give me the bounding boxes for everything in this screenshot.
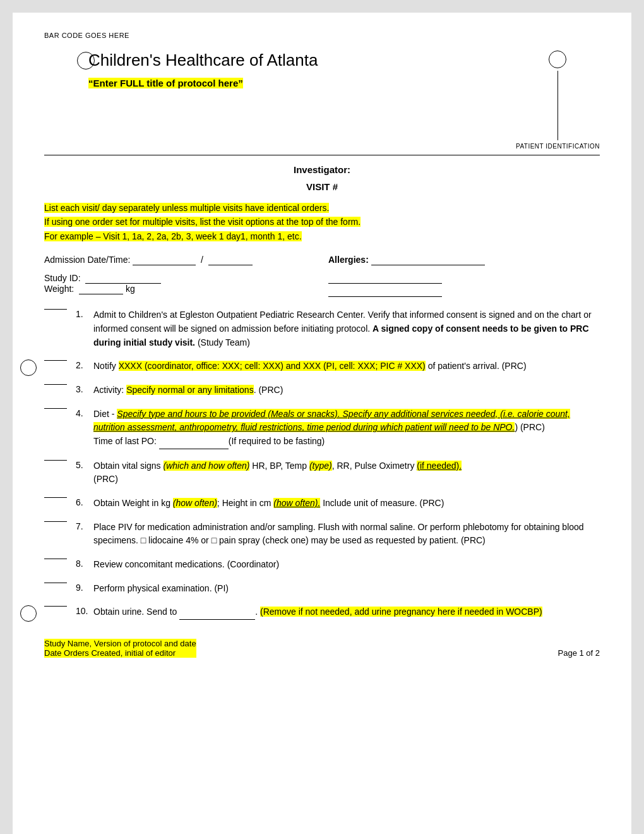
item-9-blank xyxy=(44,582,76,583)
header-main: Children's Healthcare of Atlanta “Enter … xyxy=(44,51,516,92)
title-container: Children's Healthcare of Atlanta xyxy=(88,51,318,70)
footer-page: Page 1 of 2 xyxy=(558,648,600,658)
patient-id-label: PATIENT IDENTIFICATION xyxy=(516,143,600,150)
item-8-blank xyxy=(44,558,76,559)
item-3-content: Activity: Specify normal or any limitati… xyxy=(93,384,600,397)
item-7-content: Place PIV for medication administration … xyxy=(93,521,600,548)
study-id-field[interactable] xyxy=(85,273,161,284)
item-4-number: 4. xyxy=(76,408,93,418)
item-4-time-field[interactable] xyxy=(159,435,229,449)
item-2-content: Notify XXXX (coordinator, office: XXX; c… xyxy=(93,360,600,373)
allergies-right: Allergies: xyxy=(316,255,600,265)
item-4-highlight: Specify type and hours to be provided (M… xyxy=(93,409,570,433)
item-10-content: Obtain urine. Send to . (Remove if not n… xyxy=(93,605,600,620)
list-item-9: 9. Perform physical examination. (PI) xyxy=(44,582,600,596)
item-3-number: 3. xyxy=(76,384,93,394)
item-8-content: Review concomitant medications. (Coordin… xyxy=(93,558,600,572)
item-6-blank xyxy=(44,497,76,498)
item-5-blank xyxy=(44,459,76,461)
instruction-3: For example – Visit 1, 1a, 2, 2a, 2b, 3,… xyxy=(44,231,302,241)
allergies-extra-right xyxy=(316,273,600,297)
header-divider xyxy=(44,155,600,155)
item-5-which: (which and how often) xyxy=(164,461,250,471)
footer-study-name: Study Name, Version of protocol and date xyxy=(44,639,196,648)
item-1-bold: A signed copy of consent needs to be giv… xyxy=(93,323,589,348)
instructions-block: List each visit/ day separately unless m… xyxy=(44,201,600,243)
item-4-content: Diet - Specify type and hours to be prov… xyxy=(93,408,600,449)
item-6-content: Obtain Weight in kg (how often); Height … xyxy=(93,497,600,511)
item-9-number: 9. xyxy=(76,582,93,593)
item-10-number: 10. xyxy=(76,605,93,616)
circle-title-left xyxy=(77,52,95,70)
footer: Study Name, Version of protocol and date… xyxy=(44,639,600,658)
item-6-number: 6. xyxy=(76,497,93,507)
item-3-highlight: Specify normal or any limitations xyxy=(126,385,254,395)
protocol-title: “Enter FULL title of protocol here” xyxy=(88,78,243,88)
investigator-line: Investigator: xyxy=(44,164,600,175)
list-item-8: 8. Review concomitant medications. (Coor… xyxy=(44,558,600,572)
item-4-blank xyxy=(44,408,76,409)
item-7-blank xyxy=(44,521,76,522)
item-3-blank xyxy=(44,384,76,385)
list-item-2: 2. Notify XXXX (coordinator, office: XXX… xyxy=(44,360,600,373)
item-5-number: 5. xyxy=(76,459,93,470)
header-layout: Children's Healthcare of Atlanta “Enter … xyxy=(44,51,600,150)
admission-date-field[interactable] xyxy=(133,255,196,265)
item-10-send-to[interactable] xyxy=(179,605,255,620)
item-2-highlight: XXXX (coordinator, office: XXX; cell: XX… xyxy=(119,361,426,371)
allergies-field-2[interactable] xyxy=(328,273,442,284)
weight-label: Weight: xyxy=(44,284,74,294)
admission-time-field[interactable] xyxy=(208,255,253,265)
item-1-content: Admit to Children's at Egleston Outpatie… xyxy=(93,308,600,349)
circle-title-right xyxy=(549,51,566,68)
barcode-label: BAR CODE GOES HERE xyxy=(44,32,129,39)
vertical-divider-line xyxy=(558,71,558,140)
item-1-number: 1. xyxy=(76,308,93,319)
item-9-content: Perform physical examination. (PI) xyxy=(93,582,600,596)
item-2-blank xyxy=(44,360,76,361)
admission-left: Admission Date/Time: / xyxy=(44,255,316,265)
list-item-1: 1. Admit to Children's at Egleston Outpa… xyxy=(44,308,600,349)
circle-item-10 xyxy=(20,605,37,622)
header-right-section: PATIENT IDENTIFICATION xyxy=(516,51,600,150)
item-6-weight-often: (how often) xyxy=(173,498,217,508)
list-item-7: 7. Place PIV for medication administrati… xyxy=(44,521,600,548)
study-weight-row: Study ID: Weight: kg xyxy=(44,273,600,297)
list-item-10: 10. Obtain urine. Send to . (Remove if n… xyxy=(44,605,600,620)
visit-label: VISIT # xyxy=(306,181,338,192)
item-5-needed: (if needed). xyxy=(417,461,462,471)
item-5-type: (type) xyxy=(309,461,332,471)
list-item-3: 3. Activity: Specify normal or any limit… xyxy=(44,384,600,397)
visit-line: VISIT # xyxy=(44,181,600,192)
weight-unit: kg xyxy=(126,284,135,294)
page: BAR CODE GOES HERE Children's Healthcare… xyxy=(13,13,631,834)
list-item-4: 4. Diet - Specify type and hours to be p… xyxy=(44,408,600,449)
circle-item-2 xyxy=(20,360,37,376)
list-item-5: 5. Obtain vital signs (which and how oft… xyxy=(44,459,600,486)
instruction-1: List each visit/ day separately unless m… xyxy=(44,203,329,213)
investigator-label: Investigator: xyxy=(294,164,350,175)
footer-left: Study Name, Version of protocol and date… xyxy=(44,639,196,658)
admission-allergies-row: Admission Date/Time: / Allergies: xyxy=(44,255,600,265)
numbered-list: 1. Admit to Children's at Egleston Outpa… xyxy=(44,308,600,620)
study-id-left: Study ID: Weight: kg xyxy=(44,273,316,294)
item-5-content: Obtain vital signs (which and how often)… xyxy=(93,459,600,486)
item-10-blank xyxy=(44,605,76,607)
allergies-label: Allergies: xyxy=(328,255,369,265)
item-2-number: 2. xyxy=(76,360,93,370)
footer-date-orders: Date Orders Created, initial of editor xyxy=(44,648,196,658)
instruction-2: If using one order set for multiple visi… xyxy=(44,217,361,227)
item-10-highlight: (Remove if not needed, add urine pregnan… xyxy=(260,607,542,617)
weight-field[interactable] xyxy=(79,284,123,294)
item-7-number: 7. xyxy=(76,521,93,531)
item-6-height-often: (how often). xyxy=(273,498,320,508)
allergies-field-3[interactable] xyxy=(328,286,442,297)
item-1-blank xyxy=(44,308,76,310)
study-id-label: Study ID: xyxy=(44,273,81,283)
admission-label: Admission Date/Time: xyxy=(44,255,130,265)
page-title: Children's Healthcare of Atlanta xyxy=(88,51,318,70)
item-8-number: 8. xyxy=(76,558,93,569)
allergies-field-1[interactable] xyxy=(371,255,485,265)
list-item-6: 6. Obtain Weight in kg (how often); Heig… xyxy=(44,497,600,511)
